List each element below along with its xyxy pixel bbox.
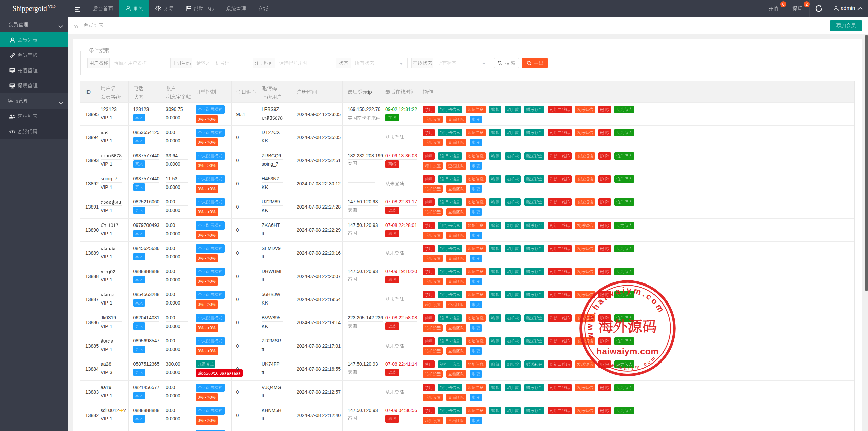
svg-text:haiwaiym.com: haiwaiym.com [596, 346, 659, 356]
